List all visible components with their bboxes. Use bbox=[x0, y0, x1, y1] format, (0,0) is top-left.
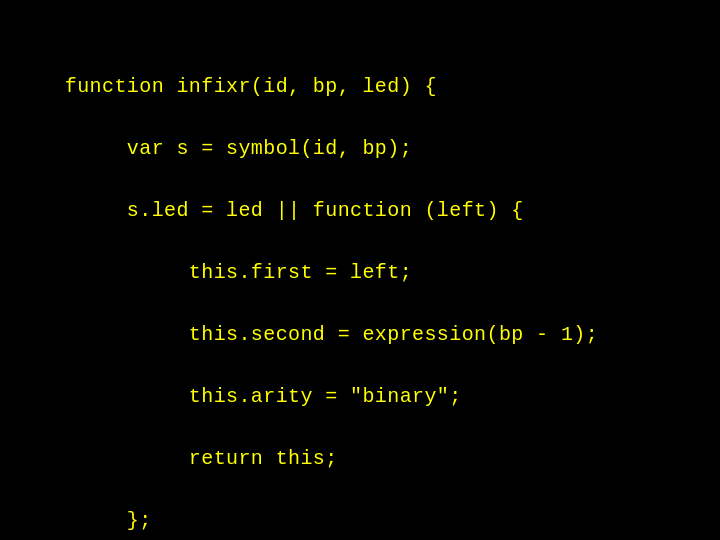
code-block: function infixr(id, bp, led) { var s = s… bbox=[0, 0, 638, 540]
code-line-5: this.second = expression(bp - 1); bbox=[65, 323, 598, 346]
code-line-6: this.arity = "binary"; bbox=[65, 385, 462, 408]
code-line-7: return this; bbox=[65, 447, 338, 470]
code-line-8: }; bbox=[65, 509, 152, 532]
code-line-1: function infixr(id, bp, led) { bbox=[65, 75, 437, 98]
code-line-4: this.first = left; bbox=[65, 261, 412, 284]
code-line-3: s.led = led || function (left) { bbox=[65, 199, 524, 222]
code-line-2: var s = symbol(id, bp); bbox=[65, 137, 412, 160]
